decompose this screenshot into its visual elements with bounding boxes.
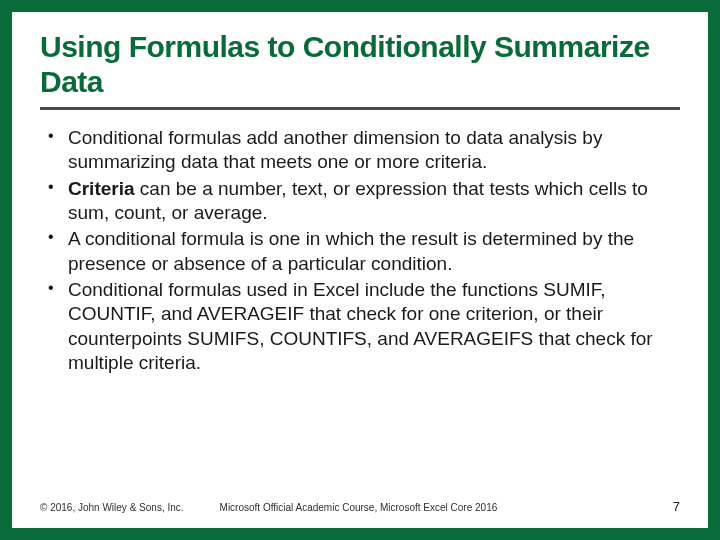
list-item: Conditional formulas add another dimensi… xyxy=(44,126,680,175)
footer-page-number: 7 xyxy=(673,499,680,514)
bullet-text-bold: Criteria xyxy=(68,178,135,199)
bullet-text-post: can be a number, text, or expression tha… xyxy=(68,178,648,223)
footer-course: Microsoft Official Academic Course, Micr… xyxy=(220,502,498,513)
slide-frame: Using Formulas to Conditionally Summariz… xyxy=(12,12,708,528)
list-item: Conditional formulas used in Excel inclu… xyxy=(44,278,680,375)
bullet-list: Conditional formulas add another dimensi… xyxy=(40,126,680,375)
bullet-text-post: Conditional formulas used in Excel inclu… xyxy=(68,279,653,373)
list-item: Criteria can be a number, text, or expre… xyxy=(44,177,680,226)
bullet-text-post: A conditional formula is one in which th… xyxy=(68,228,634,273)
footer-copyright: © 2016, John Wiley & Sons, Inc. xyxy=(40,502,184,513)
slide-inner: Using Formulas to Conditionally Summariz… xyxy=(12,12,708,528)
bullet-text-post: Conditional formulas add another dimensi… xyxy=(68,127,602,172)
slide-title: Using Formulas to Conditionally Summariz… xyxy=(40,30,680,107)
list-item: A conditional formula is one in which th… xyxy=(44,227,680,276)
title-divider xyxy=(40,107,680,110)
slide-footer: © 2016, John Wiley & Sons, Inc. Microsof… xyxy=(40,499,680,514)
